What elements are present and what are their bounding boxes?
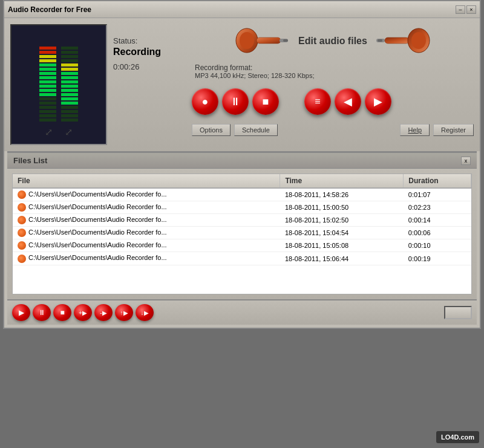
vu-segment [39,80,56,83]
options-button[interactable]: Options [192,124,231,136]
table-row[interactable]: C:\Users\User\Documents\Audio Recorder f… [13,214,471,227]
help-button[interactable]: Help [400,124,430,136]
vu-bars [18,31,100,122]
file-icon [18,216,26,224]
right-panel: Edit audio files [192,24,474,145]
status-area: Status: Recording 0:00:26 [113,24,186,145]
format-area: Recording format: MP3 44,100 kHz; Stereo… [192,62,474,80]
playlist-icon: ≡ [315,96,320,107]
cell-file: C:\Users\User\Documents\Audio Recorder f… [13,227,280,239]
vu-segment [61,55,78,58]
tb-stop-button[interactable]: ■ [53,304,71,321]
app-title: Audio Recorder for Free [8,5,91,14]
cell-file: C:\Users\User\Documents\Audio Recorder f… [13,239,280,252]
vu-segment [61,59,78,62]
col-duration: Duration [404,174,471,188]
tb-pause-button[interactable]: ⏸ [33,304,51,321]
cell-duration: 0:00:06 [404,227,471,239]
file-icon [18,229,26,237]
cell-duration: 0:01:07 [404,188,471,201]
table-row[interactable]: C:\Users\User\Documents\Audio Recorder f… [13,252,471,265]
vu-left-channel [39,37,56,122]
record-button[interactable]: ● [192,88,218,115]
vu-segment [39,85,56,88]
playlist-button[interactable]: ≡ [304,88,331,115]
cell-file: C:\Users\User\Documents\Audio Recorder f… [13,201,280,214]
vu-segment [39,47,56,50]
svg-rect-6 [378,39,382,42]
vu-segment [61,102,78,105]
pause-icon-2: ⏸ [38,308,45,317]
vu-segment [39,55,56,58]
vu-segment [39,72,56,75]
trumpet-left-icon [235,27,289,54]
vu-segment [61,110,78,113]
action-buttons-row: Options Schedule Help Register [192,123,474,137]
edit-audio-title: Edit audio files [298,36,367,47]
files-title: Files List [13,156,47,165]
remove-icon: -▶ [100,310,106,316]
cell-time: 18-08-2011, 15:05:08 [280,239,404,252]
minimize-button[interactable]: – [456,5,465,14]
forward-button[interactable]: ▶ [365,88,391,115]
close-button[interactable]: × [466,5,476,14]
vu-segment [61,85,78,88]
table-row[interactable]: C:\Users\User\Documents\Audio Recorder f… [13,227,471,239]
vu-segment [61,72,78,75]
table-row[interactable]: C:\Users\User\Documents\Audio Recorder f… [13,188,471,201]
cell-duration: 0:00:19 [404,252,471,265]
table-row[interactable]: C:\Users\User\Documents\Audio Recorder f… [13,201,471,214]
vu-segment [39,89,56,92]
controls-row: ● ⏸ ■ ≡ ◀ ▶ [192,85,474,118]
tb-play-button[interactable]: ▶ [12,304,30,321]
status-label: Status: [113,36,186,45]
tb-add-button[interactable]: +▶ [74,304,92,321]
files-table-container[interactable]: File Time Duration C:\Users\User\Documen… [12,174,472,294]
vu-segment [61,47,78,50]
vu-segment [61,97,78,100]
files-section: Files List x File Time Duration C:\Users… [7,151,477,325]
rewind-button[interactable]: ◀ [335,88,361,115]
format-details: MP3 44,100 kHz; Stereo; 128-320 Kbps; [195,72,471,79]
tb-remove-button[interactable]: -▶ [94,304,113,321]
cell-time: 18-08-2011, 14:58:26 [280,188,404,201]
panel-toggle-button[interactable] [444,306,472,319]
top-section: ⤢ ⤢ Status: Recording 0:00:26 [4,18,480,151]
table-row[interactable]: C:\Users\User\Documents\Audio Recorder f… [13,239,471,252]
vu-segment [61,63,78,67]
vu-segment [39,59,56,62]
edit-audio-header: Edit audio files [192,24,474,57]
stop-button[interactable]: ■ [252,88,279,115]
vu-segment [61,76,78,79]
title-bar: Audio Recorder for Free – × [4,1,480,18]
cell-time: 18-08-2011, 15:04:54 [280,227,404,239]
vu-segment [39,76,56,79]
files-close-button[interactable]: x [461,157,471,165]
svg-rect-2 [257,37,281,44]
cell-duration: 0:02:23 [404,201,471,214]
vu-segment [39,118,56,122]
vu-segment [61,106,78,109]
cell-file: C:\Users\User\Documents\Audio Recorder f… [13,214,280,227]
vu-segment [39,93,56,96]
save-icon: ↓▶ [141,310,149,316]
file-icon [18,190,26,199]
rewind-icon: ◀ [344,95,352,108]
vu-segment [39,110,56,113]
schedule-button[interactable]: Schedule [234,124,278,136]
files-header: Files List x [7,153,477,169]
svg-rect-7 [385,37,409,44]
vu-segment [61,93,78,96]
vu-segment [61,114,78,117]
tb-save-button[interactable]: ↓▶ [136,304,154,321]
register-button[interactable]: Register [433,124,474,136]
pause-button[interactable]: ⏸ [222,88,249,115]
forward-icon: ▶ [374,95,382,108]
col-file: File [13,174,280,188]
table-header-row: File Time Duration [13,174,471,188]
vu-segment [61,51,78,54]
vu-bottom-icons: ⤢ ⤢ [45,126,73,138]
play-icon: ▶ [19,308,24,317]
tb-open-button[interactable]: ↑▶ [115,304,133,321]
vu-segment [61,118,78,122]
